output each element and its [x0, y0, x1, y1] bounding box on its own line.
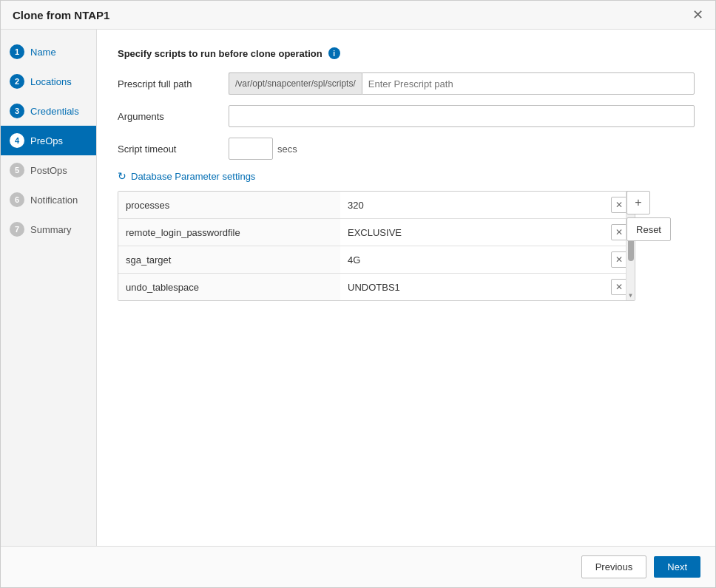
prescript-group: /var/opt/snapcenter/spl/scripts/: [229, 72, 695, 95]
sidebar-item-label: Name: [30, 47, 56, 58]
prescript-prefix: /var/opt/snapcenter/spl/scripts/: [229, 72, 362, 95]
param-value: EXCLUSIVE: [340, 219, 604, 246]
modal-footer: Previous Next: [1, 546, 715, 587]
params-table: processes 320 ✕ remote_login_passwordfil…: [118, 192, 635, 300]
param-value: UNDOTBS1: [340, 274, 604, 301]
sidebar-item-postops[interactable]: 5PostOps: [1, 155, 96, 185]
modal-body: 1Name2Locations3Credentials4PreOps5PostO…: [1, 30, 715, 546]
arguments-row: Arguments: [118, 105, 695, 127]
sidebar: 1Name2Locations3Credentials4PreOps5PostO…: [1, 30, 97, 546]
step-circle: 2: [10, 74, 24, 89]
sidebar-item-label: Summary: [30, 224, 72, 235]
timeout-unit: secs: [277, 143, 297, 155]
modal-window: Clone from NTAP1 ✕ 1Name2Locations3Crede…: [0, 0, 716, 588]
prescript-label: Prescript full path: [118, 78, 229, 89]
sidebar-item-credentials[interactable]: 3Credentials: [1, 96, 96, 126]
arguments-label: Arguments: [118, 111, 229, 122]
sidebar-item-label: Locations: [30, 76, 72, 87]
timeout-label: Script timeout: [118, 143, 229, 155]
step-circle: 4: [10, 133, 24, 148]
table-row: processes 320 ✕: [118, 192, 635, 219]
delete-row-button[interactable]: ✕: [611, 197, 627, 213]
modal-title: Clone from NTAP1: [13, 9, 109, 21]
arguments-input[interactable]: [229, 105, 695, 127]
modal-header: Clone from NTAP1 ✕: [1, 1, 715, 30]
delete-row-button[interactable]: ✕: [611, 251, 627, 268]
step-circle: 3: [10, 104, 24, 118]
sidebar-item-locations[interactable]: 2Locations: [1, 67, 96, 96]
param-value: 320: [340, 192, 604, 219]
close-button[interactable]: ✕: [692, 8, 703, 21]
params-table-wrapper: processes 320 ✕ remote_login_passwordfil…: [118, 191, 635, 301]
next-button[interactable]: Next: [654, 556, 700, 578]
timeout-input[interactable]: 60: [229, 138, 273, 160]
prescript-row: Prescript full path /var/opt/snapcenter/…: [118, 72, 695, 95]
section-title: Specify scripts to run before clone oper…: [118, 47, 695, 59]
sidebar-item-notification[interactable]: 6Notification: [1, 185, 96, 214]
main-content: Specify scripts to run before clone oper…: [97, 30, 715, 546]
sidebar-item-name[interactable]: 1Name: [1, 37, 96, 67]
param-key: remote_login_passwordfile: [118, 219, 340, 246]
db-params-link[interactable]: ↻ Database Parameter settings: [118, 170, 695, 182]
db-params-label: Database Parameter settings: [131, 171, 255, 182]
reset-button[interactable]: Reset: [626, 217, 671, 241]
table-actions: + Reset: [626, 191, 671, 241]
timeout-group: 60 secs: [229, 138, 297, 160]
param-key: undo_tablespace: [118, 274, 340, 301]
sidebar-item-summary[interactable]: 7Summary: [1, 214, 96, 244]
table-row: undo_tablespace UNDOTBS1 ✕: [118, 274, 635, 301]
refresh-icon: ↻: [118, 170, 126, 182]
param-value: 4G: [340, 246, 604, 274]
timeout-row: Script timeout 60 secs: [118, 138, 695, 160]
param-key: processes: [118, 192, 340, 219]
sidebar-item-label: PreOps: [30, 135, 63, 146]
step-circle: 5: [10, 163, 24, 178]
delete-row-button[interactable]: ✕: [611, 224, 627, 240]
table-row: sga_target 4G ✕: [118, 246, 635, 274]
delete-row-button[interactable]: ✕: [611, 279, 627, 295]
previous-button[interactable]: Previous: [581, 555, 647, 578]
info-icon[interactable]: i: [328, 47, 340, 59]
step-circle: 6: [10, 192, 24, 207]
scroll-down-arrow[interactable]: ▼: [627, 291, 635, 299]
add-param-button[interactable]: +: [626, 191, 650, 214]
sidebar-item-label: Credentials: [30, 106, 79, 117]
sidebar-item-label: PostOps: [30, 165, 67, 176]
step-circle: 1: [10, 44, 24, 59]
sidebar-item-label: Notification: [30, 195, 78, 206]
prescript-input[interactable]: [362, 72, 695, 95]
params-table-container: processes 320 ✕ remote_login_passwordfil…: [118, 191, 635, 301]
sidebar-item-preops[interactable]: 4PreOps: [1, 126, 96, 155]
table-row: remote_login_passwordfile EXCLUSIVE ✕: [118, 219, 635, 246]
param-key: sga_target: [118, 246, 340, 274]
step-circle: 7: [10, 222, 24, 237]
